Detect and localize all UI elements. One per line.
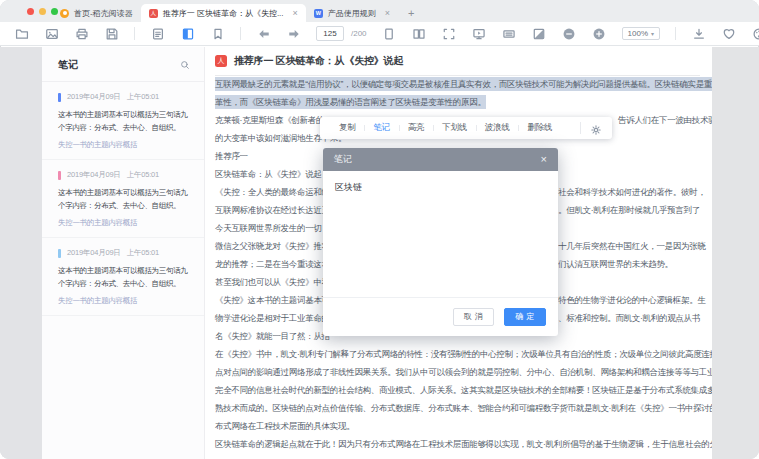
gear-icon[interactable]	[580, 122, 602, 134]
menu-item-highlight[interactable]: 高亮	[399, 122, 433, 134]
tab-bar: 首页-稻壳阅读器 人 推荐序一 区块链革命：从《失控... × W 产品使用规则…	[0, 0, 759, 22]
note-item[interactable]: 2019年04月09日 上午05:01 这本书的主题词基本可以概括为三句话九个字…	[42, 82, 204, 160]
theme-palette-icon[interactable]	[751, 26, 759, 41]
note-item[interactable]: 2019年04月09日 上午05:01 这本书的主题词基本可以概括为三句话九个字…	[42, 160, 204, 238]
favorite-heart-icon[interactable]	[721, 26, 736, 41]
cancel-button[interactable]: 取 消	[453, 308, 495, 326]
confirm-button[interactable]: 确 定	[504, 308, 546, 326]
notes-sidebar: 笔记 2019年04月09日 上午05:01 这本书的主题词基本可以概括为三句话…	[42, 47, 205, 459]
note-item[interactable]: 2019年04月09日 上午05:01 这本书的主题词基本可以概括为三句话九个字…	[42, 238, 204, 316]
tab-word-document[interactable]: W 产品使用规则 ×	[306, 4, 398, 22]
dialog-title: 笔记	[334, 153, 352, 166]
doc-line: 布式网络在工程技术层面的具体实现。	[215, 417, 705, 435]
download-icon[interactable]	[691, 26, 706, 41]
page-number-input[interactable]	[316, 26, 344, 41]
pdf-badge-icon: 人	[215, 55, 227, 67]
app-window: 首页-稻壳阅读器 人 推荐序一 区块链革命：从《失控... × W 产品使用规则…	[0, 0, 759, 459]
note-dialog: 笔记 × 区块链 取 消 确 定	[323, 148, 558, 336]
dialog-footer: 取 消 确 定	[323, 297, 558, 336]
notes-search-icon[interactable]	[180, 56, 190, 74]
close-window-button[interactable]	[27, 8, 34, 15]
note-content: 这本书的主题词基本可以概括为三句话九个字内容：分布式、去中心、自组织。	[58, 109, 188, 134]
print-icon[interactable]	[74, 26, 89, 41]
note-time: 上午05:01	[127, 170, 159, 180]
note-content: 这本书的主题词基本可以概括为三句话九个字内容：分布式、去中心、自组织。	[58, 187, 188, 212]
note-text-input[interactable]: 区块链	[335, 181, 546, 289]
note-date: 2019年04月09日	[67, 92, 121, 102]
zoom-in-icon[interactable]	[592, 26, 607, 41]
word-file-icon: W	[314, 9, 323, 18]
facing-pages-icon[interactable]	[412, 26, 427, 41]
reader-logo-icon	[60, 9, 69, 18]
doc-line: 区块链革命的逻辑起点就在于此！因为只有分布式网络在工程技术层面能够得以实现，凯文…	[215, 435, 705, 453]
pdf-file-icon: 人	[149, 9, 158, 18]
read-mode-icon[interactable]	[502, 26, 517, 41]
tab-pdf-document[interactable]: 人 推荐序一 区块链革命：从《失控... ×	[141, 4, 306, 22]
note-color-bar	[58, 171, 61, 180]
export-image-icon[interactable]	[44, 26, 59, 41]
notes-panel-icon[interactable]	[180, 26, 195, 41]
invert-colors-icon[interactable]	[532, 26, 547, 41]
close-tab-icon[interactable]: ×	[385, 8, 390, 18]
doc-line: 革性，而《区块链革命》用浅显易懂的语言阐述了区块链是变革性的原因。	[215, 93, 705, 111]
doc-line: 在《失控》书中，凯文·凯利专门解释了分布式网络的特性：没有强制性的中心控制；次级…	[215, 345, 705, 363]
close-tab-icon[interactable]: ×	[293, 8, 298, 18]
bookmark-icon[interactable]	[210, 26, 225, 41]
single-page-icon[interactable]	[382, 26, 397, 41]
presentation-icon[interactable]	[472, 26, 487, 41]
menu-item-squiggly[interactable]: 波浪线	[476, 122, 519, 134]
save-icon[interactable]	[104, 26, 119, 41]
doc-line: 熟技术而成的。区块链的点对点价值传输、分布式数据库、分布式账本、智能合约和可编程…	[215, 399, 705, 417]
menu-item-note[interactable]: 笔记	[364, 122, 398, 134]
note-source-link[interactable]: 失控一书的主题内容概括	[58, 140, 188, 150]
prev-page-icon[interactable]	[256, 26, 271, 41]
tab-title: 产品使用规则	[328, 8, 376, 19]
thumbnails-panel-icon[interactable]	[150, 26, 165, 41]
menu-item-strikethrough[interactable]: 删除线	[518, 122, 561, 134]
note-date: 2019年04月09日	[67, 248, 121, 258]
toolbar: /200 100% ▾	[0, 22, 759, 46]
page-margin-area	[712, 47, 759, 459]
zoom-level-dropdown[interactable]: 100% ▾	[622, 27, 660, 40]
note-color-bar	[58, 249, 61, 258]
new-tab-button[interactable]: +	[408, 8, 414, 19]
note-date: 2019年04月09日	[67, 170, 121, 180]
doc-line: 互联网最缺乏的元素就是“信用协议”，以便确定每项交易是被核准且真实有效，而区块链…	[215, 75, 705, 93]
note-content: 这本书的主题词基本可以概括为三句话九个字内容：分布式、去中心、自组织。	[58, 265, 188, 290]
tab-title: 推荐序一 区块链革命：从《失控...	[163, 8, 284, 19]
collapsed-panel-strip	[0, 47, 42, 459]
tab-home[interactable]: 首页-稻壳阅读器	[52, 4, 141, 22]
next-page-icon[interactable]	[286, 26, 301, 41]
note-color-bar	[58, 93, 61, 102]
zoom-level-value: 100%	[628, 29, 648, 38]
note-dialog-header[interactable]: 笔记 ×	[323, 148, 558, 171]
note-time: 上午05:01	[127, 92, 159, 102]
zoom-out-icon[interactable]	[562, 26, 577, 41]
fullscreen-icon[interactable]	[442, 26, 457, 41]
doc-line: 完全不同的信息社会时代的新型的社会结构、商业模式、人际关系。这其实就是区块链技术…	[215, 381, 705, 399]
page-total-label: /200	[351, 29, 367, 38]
close-icon[interactable]: ×	[541, 154, 547, 165]
note-time: 上午05:01	[127, 248, 159, 258]
menu-item-underline[interactable]: 下划线	[433, 122, 476, 134]
open-folder-icon[interactable]	[14, 26, 29, 41]
chevron-down-icon: ▾	[651, 30, 654, 37]
tab-title: 首页-稻壳阅读器	[74, 8, 133, 19]
tab-strip: 首页-稻壳阅读器 人 推荐序一 区块链革命：从《失控... × W 产品使用规则…	[52, 0, 415, 22]
sidebar-title: 笔记	[58, 58, 78, 72]
menu-item-copy[interactable]: 复制	[330, 122, 364, 134]
minimize-window-button[interactable]	[39, 8, 46, 15]
text-selection-menu: 复制 笔记 高亮 下划线 波浪线 删除线	[320, 117, 612, 139]
document-title: 推荐序一 区块链革命：从《失控》说起	[234, 54, 403, 68]
note-source-link[interactable]: 失控一书的主题内容概括	[58, 296, 188, 306]
note-source-link[interactable]: 失控一书的主题内容概括	[58, 218, 188, 228]
doc-line: 点对点间的影响通过网络形成了非线性因果关系。我们从中可以领会到的就是弱控制、分中…	[215, 363, 705, 381]
